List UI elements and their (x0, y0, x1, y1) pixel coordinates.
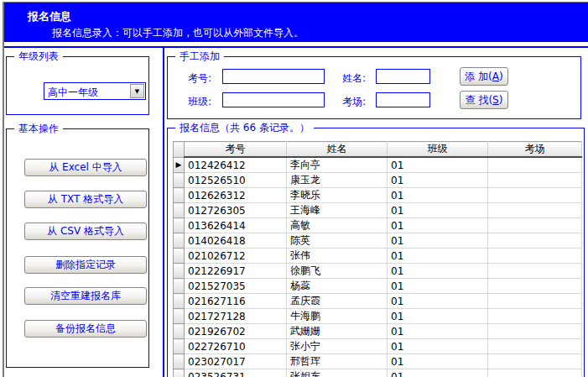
table-row[interactable]: 012526510 康玉龙 01 (174, 173, 582, 188)
class-label: 班级: (188, 95, 211, 109)
row-indicator (174, 279, 185, 294)
cell-name: 陈英 (287, 233, 388, 249)
cell-name: 张伟 (287, 249, 388, 264)
cell-room (488, 264, 582, 279)
name-input[interactable] (376, 69, 430, 84)
find-button-label-suffix: ) (499, 94, 503, 106)
row-indicator (174, 188, 185, 203)
exam-no-input[interactable] (222, 69, 325, 84)
cell-name: 牛海鹏 (287, 309, 388, 324)
cell-class: 01 (388, 294, 488, 309)
table-row[interactable]: 021026712 张伟 01 (174, 249, 582, 264)
cell-class: 01 (388, 249, 488, 264)
row-indicator (174, 233, 185, 249)
row-indicator (174, 309, 185, 324)
row-indicator (174, 294, 185, 309)
cell-room (488, 188, 582, 203)
table-row[interactable]: 021627116 孟庆霞 01 (174, 294, 582, 309)
cell-room (488, 309, 582, 324)
cell-name: 李晓乐 (287, 188, 388, 203)
table-row[interactable]: 013626414 高敏 01 (174, 218, 582, 233)
chevron-down-icon[interactable]: ▼ (130, 84, 144, 98)
cell-class: 01 (388, 173, 488, 188)
cell-name: 高敏 (287, 218, 388, 233)
class-input[interactable] (222, 92, 325, 107)
table-row[interactable]: 012726305 王海峰 01 (174, 203, 582, 218)
add-button[interactable]: 添 加(A) (460, 67, 508, 86)
add-button-label-suffix: ) (499, 71, 503, 82)
add-button-label: 添 加( (465, 70, 492, 84)
table-row[interactable]: 023526731 张妲东 01 (174, 369, 582, 377)
table-row[interactable]: 021226917 徐鹏飞 01 (174, 264, 582, 279)
import-excel-button[interactable]: 从 Excel 中导入 (24, 159, 147, 176)
cell-class: 01 (388, 369, 488, 377)
column-header-class: 班级 (388, 142, 488, 158)
rebuild-database-button[interactable]: 清空重建报名库 (24, 287, 147, 305)
import-txt-button[interactable]: 从 TXT 格式导入 (24, 191, 147, 208)
cell-room (488, 339, 582, 354)
cell-exam-no: 021727128 (185, 309, 287, 324)
row-indicator (174, 218, 185, 233)
cell-room (488, 324, 582, 339)
find-button-mnemonic: S (492, 94, 499, 106)
cell-name: 徐鹏飞 (287, 264, 388, 279)
row-indicator (174, 203, 185, 218)
room-label: 考场: (342, 95, 366, 109)
table-row[interactable]: 021527035 杨蕊 01 (174, 279, 582, 294)
table-row[interactable]: 012626312 李晓乐 01 (174, 188, 582, 203)
registration-list-title: 报名信息（共 66 条记录。） (175, 122, 314, 134)
row-indicator (174, 339, 185, 354)
exam-no-label: 考号: (188, 71, 211, 86)
column-header-name: 姓名 (287, 142, 388, 158)
cell-room (488, 279, 582, 294)
table-row[interactable]: 021926702 武姗姗 01 (174, 324, 582, 339)
room-input[interactable] (376, 92, 430, 107)
name-label: 姓名: (342, 71, 366, 86)
cell-name: 张小宁 (287, 339, 388, 354)
cell-room (488, 233, 582, 249)
grade-list-groupbox: 年级列表 高中一年级 ▼ (6, 56, 149, 115)
table-row[interactable]: 022726710 张小宁 01 (174, 339, 582, 354)
window-frame-left (3, 2, 4, 377)
cell-exam-no: 021527035 (185, 279, 287, 294)
row-indicator (174, 264, 185, 279)
table-row[interactable]: 014026418 陈英 01 (174, 233, 582, 249)
cell-exam-no: 014026418 (185, 233, 287, 249)
cell-exam-no: 012726305 (185, 203, 287, 218)
table-row[interactable]: ▶ 012426412 李向亭 01 (174, 157, 582, 173)
page-subtitle: 报名信息录入：可以手工添加，也可以从外部文件导入。 (52, 26, 304, 40)
cell-room (488, 354, 582, 369)
find-button[interactable]: 查 找(S) (460, 91, 508, 109)
cell-exam-no: 013626414 (185, 218, 287, 233)
cell-exam-no: 021026712 (185, 249, 287, 264)
cell-exam-no: 021627116 (185, 294, 287, 309)
row-indicator: ▶ (174, 157, 185, 173)
cell-class: 01 (388, 309, 488, 324)
grid-body: ▶ 012426412 李向亭 01 012526510 康玉龙 01 0126… (174, 157, 582, 377)
table-row[interactable]: 021727128 牛海鹏 01 (174, 309, 582, 324)
cell-name: 李向亭 (287, 157, 388, 173)
cell-room (488, 203, 582, 218)
cell-class: 01 (388, 203, 488, 218)
backup-info-button[interactable]: 备份报名信息 (24, 320, 147, 338)
page-title: 报名信息 (28, 9, 71, 24)
table-row[interactable]: 023027017 邢哲珲 01 (174, 354, 582, 369)
basic-operations-groupbox: 基本操作 从 Excel 中导入 从 TXT 格式导入 从 CSV 格式导入 删… (6, 128, 149, 368)
grade-select[interactable]: 高中一年级 ▼ (44, 82, 146, 100)
cell-exam-no: 012626312 (185, 188, 287, 203)
grade-list-title: 年级列表 (14, 50, 63, 63)
cell-class: 01 (388, 233, 488, 249)
cell-room (488, 218, 582, 233)
row-indicator (174, 249, 185, 264)
cell-class: 01 (388, 218, 488, 233)
row-indicator (174, 369, 185, 377)
import-csv-button[interactable]: 从 CSV 格式导入 (24, 223, 147, 240)
cell-room (488, 249, 582, 264)
delete-records-button[interactable]: 删除指定记录 (24, 256, 147, 274)
cell-name: 邢哲珲 (287, 354, 388, 369)
cell-room (488, 369, 582, 377)
column-header-room: 考场 (488, 142, 582, 158)
find-button-label: 查 找( (466, 93, 493, 107)
cell-name: 孟庆霞 (287, 294, 388, 309)
manual-add-groupbox: 手工添加 考号: 姓名: 班级: 考场: 添 加(A) 查 找(S) (167, 56, 581, 119)
